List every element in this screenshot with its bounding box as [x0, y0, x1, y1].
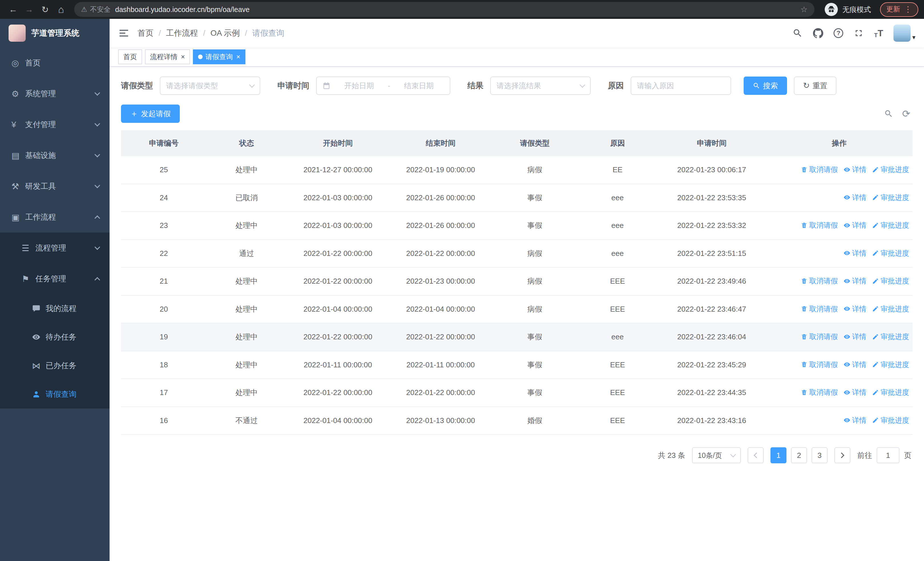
fullscreen-icon[interactable]: [854, 28, 864, 38]
search-button[interactable]: 搜索: [744, 77, 787, 95]
sidebar-item-task-management[interactable]: ⚑任务管理: [0, 263, 110, 294]
detail-link[interactable]: 详情: [843, 276, 866, 286]
hamburger-icon[interactable]: [118, 27, 129, 39]
progress-link[interactable]: 审批进度: [872, 248, 909, 258]
home-icon[interactable]: [54, 2, 69, 17]
next-page-button[interactable]: [834, 447, 850, 463]
cell-reason: EEE: [578, 267, 657, 295]
action-label: 详情: [852, 221, 866, 230]
sidebar-item-leave-query[interactable]: 请假查询: [0, 380, 110, 409]
breadcrumb-item[interactable]: OA 示例: [211, 28, 240, 39]
leave-type-select[interactable]: 请选择请假类型: [160, 77, 260, 95]
breadcrumb-item[interactable]: 首页: [138, 28, 153, 39]
sidebar-item-todo-tasks[interactable]: 待办任务: [0, 323, 110, 351]
prev-page-button[interactable]: [748, 447, 764, 463]
close-icon[interactable]: ×: [181, 53, 185, 60]
cell-leave-type: 病假: [492, 295, 578, 323]
apply-time-range-picker[interactable]: 开始日期 - 结束日期: [316, 77, 450, 95]
detail-link[interactable]: 详情: [843, 332, 866, 341]
progress-link[interactable]: 审批进度: [872, 276, 909, 286]
progress-link[interactable]: 审批进度: [872, 193, 909, 202]
tab-leave-query[interactable]: 请假查询×: [193, 50, 245, 64]
edit-icon: [872, 250, 879, 257]
reload-icon[interactable]: [38, 2, 52, 17]
progress-link[interactable]: 审批进度: [872, 304, 909, 314]
cancel-leave-link[interactable]: 取消请假: [801, 221, 838, 230]
cancel-leave-link[interactable]: 取消请假: [801, 304, 838, 314]
search-icon[interactable]: [792, 28, 803, 38]
detail-link[interactable]: 详情: [843, 165, 866, 174]
create-leave-button[interactable]: ＋ 发起请假: [121, 105, 180, 123]
chevron-down-icon: [94, 182, 100, 188]
page-button-2[interactable]: 2: [791, 447, 807, 463]
goto-page-input[interactable]: [877, 447, 900, 463]
detail-link[interactable]: 详情: [843, 248, 866, 258]
browser-update-button[interactable]: 更新: [880, 2, 918, 17]
table-toolbar: ＋ 发起请假 ⟳: [121, 105, 913, 123]
flag-icon: ⚑: [22, 274, 35, 284]
delete-icon: [801, 333, 808, 340]
chevron-left-icon: [754, 453, 759, 458]
infrastructure-icon: ▤: [11, 150, 25, 161]
page-button-3[interactable]: 3: [812, 447, 828, 463]
reset-button[interactable]: ↻ 重置: [794, 77, 836, 95]
sidebar-item-label: 待办任务: [46, 332, 102, 342]
detail-link[interactable]: 详情: [843, 193, 866, 202]
detail-link[interactable]: 详情: [843, 388, 866, 397]
sidebar-item-done-tasks[interactable]: ⋈已办任务: [0, 351, 110, 380]
progress-link[interactable]: 审批进度: [872, 332, 909, 341]
forward-icon[interactable]: [22, 2, 36, 17]
cancel-leave-link[interactable]: 取消请假: [801, 276, 838, 286]
sidebar-item-my-process[interactable]: 我的流程: [0, 294, 110, 323]
result-select[interactable]: 请选择流结果: [490, 77, 591, 95]
cancel-leave-link[interactable]: 取消请假: [801, 165, 838, 174]
progress-link[interactable]: 审批进度: [872, 416, 909, 425]
breadcrumb-item[interactable]: 工作流程: [166, 28, 198, 39]
back-icon[interactable]: [6, 2, 21, 17]
sidebar-item-process-management[interactable]: ☰流程管理: [0, 233, 110, 263]
cancel-leave-link[interactable]: 取消请假: [801, 332, 838, 341]
bookmark-star-icon[interactable]: [801, 5, 808, 14]
detail-link[interactable]: 详情: [843, 416, 866, 425]
plus-icon: ＋: [130, 110, 138, 118]
cell-id: 19: [121, 323, 207, 351]
detail-link[interactable]: 详情: [843, 304, 866, 314]
page-size-select[interactable]: 10条/页: [692, 447, 741, 463]
cell-start-time: 2021-12-27 00:00:00: [286, 156, 389, 184]
cancel-leave-link[interactable]: 取消请假: [801, 360, 838, 369]
cancel-leave-link[interactable]: 取消请假: [801, 388, 838, 397]
sidebar-item-infrastructure[interactable]: ▤基础设施: [0, 140, 110, 171]
security-chip[interactable]: 不安全: [81, 5, 111, 14]
font-size-icon[interactable]: [874, 28, 883, 39]
close-icon[interactable]: ×: [236, 53, 240, 60]
sidebar-item-label: 请假查询: [46, 389, 102, 399]
user-avatar[interactable]: [894, 24, 915, 42]
sidebar-item-home[interactable]: ◎首页: [0, 47, 110, 78]
reason-input[interactable]: [637, 81, 725, 90]
page-button-1[interactable]: 1: [771, 447, 786, 463]
toggle-search-icon[interactable]: [884, 109, 893, 118]
sidebar-item-label: 首页: [25, 58, 102, 68]
app-logo[interactable]: 芋道管理系统: [0, 19, 110, 47]
sidebar-item-devtools[interactable]: ⚒研发工具: [0, 171, 110, 202]
table-header-row: 申请编号状态开始时间结束时间请假类型原因申请时间操作: [121, 130, 913, 156]
github-icon[interactable]: [813, 28, 823, 38]
help-icon[interactable]: [834, 28, 843, 38]
progress-link[interactable]: 审批进度: [872, 165, 909, 174]
tab-home[interactable]: 首页: [118, 50, 142, 64]
progress-link[interactable]: 审批进度: [872, 388, 909, 397]
detail-link[interactable]: 详情: [843, 221, 866, 230]
sidebar-item-system[interactable]: ⚙系统管理: [0, 78, 110, 109]
cell-start-time: 2022-01-03 00:00:00: [286, 184, 389, 212]
sidebar-item-payment[interactable]: ¥支付管理: [0, 109, 110, 140]
cell-id: 21: [121, 267, 207, 295]
address-bar[interactable]: 不安全 dashboard.yudao.iocoder.cn/bpm/oa/le…: [74, 2, 814, 17]
logo-avatar: [9, 24, 26, 42]
sidebar-item-workflow[interactable]: ▣工作流程: [0, 202, 110, 233]
refresh-table-icon[interactable]: ⟳: [902, 109, 910, 119]
progress-link[interactable]: 审批进度: [872, 221, 909, 230]
browser-menu-icon[interactable]: [904, 5, 912, 14]
progress-link[interactable]: 审批进度: [872, 360, 909, 369]
tab-process-detail[interactable]: 流程详情×: [145, 50, 190, 64]
detail-link[interactable]: 详情: [843, 360, 866, 369]
